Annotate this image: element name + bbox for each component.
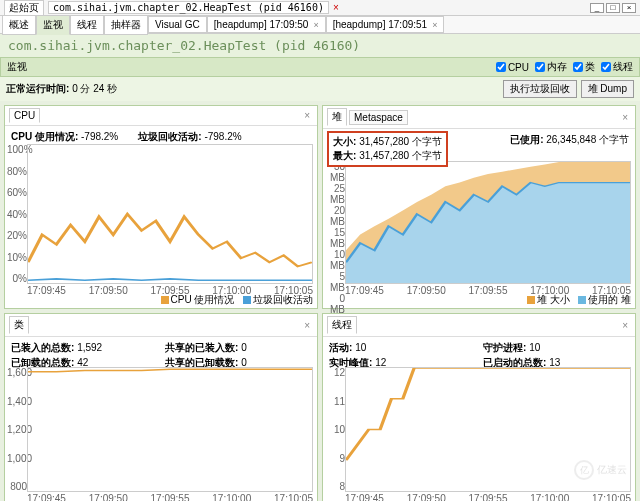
heap-used-label: 已使用: 26,345,848 个字节 [510,133,629,147]
start-page-tab[interactable]: 起始页 [4,0,44,16]
window-close-button[interactable]: × [622,3,636,13]
watermark: 亿亿速云 [574,460,627,480]
heap-tab[interactable]: 堆 [327,108,347,126]
classes-panel: 类 × 已装入的总数: 1,592 共享的已装入数: 0 已卸载的总数: 42 … [4,313,318,501]
threads-panel-tab[interactable]: 线程 [327,316,357,334]
panel-close-icon[interactable]: × [301,110,313,121]
page-title: com.sihai.jvm.chapter_02.HeapTest (pid 4… [0,34,640,57]
classes-chart [27,367,313,492]
cpu-panel-tab[interactable]: CPU [9,108,40,123]
threads-panel: 线程 × 活动: 10 守护进程: 10 实时峰值: 12 已启动的总数: 13… [322,313,636,501]
close-icon[interactable]: × [432,20,437,30]
tab-heapdump-1[interactable]: [heapdump] 17:09:50× [207,16,326,33]
section-label: 监视 [7,60,27,74]
panel-close-icon[interactable]: × [619,112,631,123]
tab-sampler[interactable]: 抽样器 [104,15,148,35]
tab-threads[interactable]: 线程 [70,15,104,35]
classes-checkbox[interactable]: 类 [573,60,595,74]
tab-heapdump-2[interactable]: [heapdump] 17:09:51× [326,16,445,33]
cpu-panel: CPU × CPU 使用情况: -798.2% 垃圾回收活动: -798.2% … [4,105,318,309]
heap-dump-button[interactable]: 堆 Dump [581,80,634,98]
window-minimize-button[interactable]: _ [590,3,604,13]
threads-checkbox[interactable]: 线程 [601,60,633,74]
classes-panel-tab[interactable]: 类 [9,316,29,334]
cpu-checkbox[interactable]: CPU [496,62,529,73]
vm-tab[interactable]: com.sihai.jvm.chapter_02.HeapTest (pid 4… [48,1,329,14]
heap-panel: 堆 Metaspace × 大小: 31,457,280 个字节 最大: 31,… [322,105,636,309]
perform-gc-button[interactable]: 执行垃圾回收 [503,80,577,98]
uptime-label: 正常运行时间: 0 分 24 秒 [6,82,117,96]
panel-close-icon[interactable]: × [301,320,313,331]
tab-visualgc[interactable]: Visual GC [148,16,207,33]
window-maximize-button[interactable]: □ [606,3,620,13]
panel-close-icon[interactable]: × [619,320,631,331]
heap-size-highlight: 大小: 31,457,280 个字节 最大: 31,457,280 个字节 [327,131,448,167]
heap-chart [345,161,631,284]
tab-monitor[interactable]: 监视 [36,15,70,35]
memory-checkbox[interactable]: 内存 [535,60,567,74]
tab-overview[interactable]: 概述 [2,15,36,35]
metaspace-tab[interactable]: Metaspace [349,110,408,125]
vm-tabs-toolbar: 概述 监视 线程 抽样器 Visual GC [heapdump] 17:09:… [0,16,640,34]
monitor-header: 监视 CPU 内存 类 线程 [0,57,640,77]
uptime-row: 正常运行时间: 0 分 24 秒 执行垃圾回收 堆 Dump [0,77,640,101]
cpu-chart [27,144,313,284]
tab-close-icon[interactable]: × [333,2,339,13]
close-icon[interactable]: × [313,20,318,30]
